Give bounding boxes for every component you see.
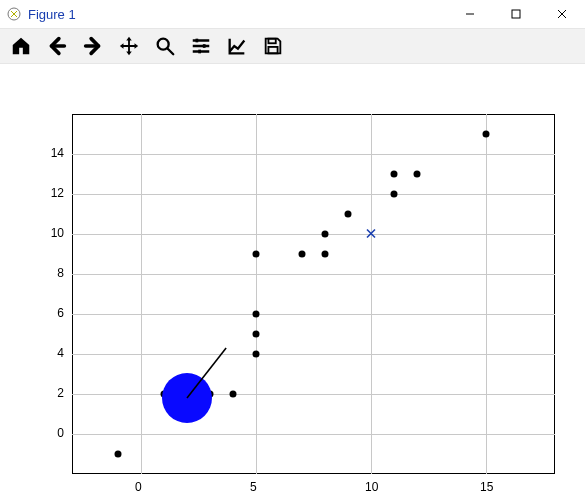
- zoom-icon: [154, 35, 176, 57]
- move-icon: [118, 35, 140, 57]
- marker-black-dots: [230, 391, 237, 398]
- svg-rect-5: [198, 50, 201, 54]
- forward-button[interactable]: [78, 31, 108, 61]
- grid-hline: [72, 394, 555, 395]
- grid-vline: [486, 114, 487, 474]
- y-tick-label: 0: [34, 426, 64, 440]
- back-button[interactable]: [42, 31, 72, 61]
- marker-black-dots: [253, 331, 260, 338]
- marker-black-dots: [253, 251, 260, 258]
- marker-black-dots: [391, 171, 398, 178]
- marker-blue-disc: [162, 373, 212, 423]
- marker-black-dots: [322, 251, 329, 258]
- grid-hline: [72, 154, 555, 155]
- y-tick-label: 10: [34, 226, 64, 240]
- y-tick-label: 4: [34, 346, 64, 360]
- minimize-button[interactable]: [447, 0, 493, 28]
- axes-icon: [226, 35, 248, 57]
- toolbar: [0, 28, 585, 64]
- svg-rect-6: [268, 39, 275, 44]
- grid-vline: [371, 114, 372, 474]
- configure-button[interactable]: [186, 31, 216, 61]
- svg-rect-7: [268, 47, 277, 53]
- y-tick-label: 12: [34, 186, 64, 200]
- marker-black-dots: [391, 191, 398, 198]
- chart-canvas[interactable]: 05101502468101214: [0, 64, 585, 500]
- pan-button[interactable]: [114, 31, 144, 61]
- edit-axes-button[interactable]: [222, 31, 252, 61]
- y-tick-label: 8: [34, 266, 64, 280]
- marker-black-dots: [483, 131, 490, 138]
- grid-hline: [72, 354, 555, 355]
- marker-black-dots: [115, 451, 122, 458]
- svg-rect-3: [196, 39, 199, 43]
- y-tick-label: 6: [34, 306, 64, 320]
- grid-hline: [72, 194, 555, 195]
- marker-black-dots: [299, 251, 306, 258]
- y-tick-label: 2: [34, 386, 64, 400]
- marker-black-dots: [322, 231, 329, 238]
- close-button[interactable]: [539, 0, 585, 28]
- marker-black-dots: [414, 171, 421, 178]
- forward-icon: [82, 35, 104, 57]
- marker-black-dots: [345, 211, 352, 218]
- x-tick-label: 0: [135, 480, 142, 494]
- zoom-button[interactable]: [150, 31, 180, 61]
- plot-area: [72, 114, 555, 474]
- titlebar: Figure 1: [0, 0, 585, 28]
- x-tick-label: 10: [365, 480, 378, 494]
- grid-hline: [72, 274, 555, 275]
- grid-hline: [72, 434, 555, 435]
- config-icon: [190, 35, 212, 57]
- grid-hline: [72, 234, 555, 235]
- save-button[interactable]: [258, 31, 288, 61]
- window-title: Figure 1: [28, 7, 76, 22]
- app-icon: [6, 6, 22, 22]
- back-icon: [46, 35, 68, 57]
- marker-black-dots: [253, 351, 260, 358]
- grid-vline: [141, 114, 142, 474]
- grid-hline: [72, 314, 555, 315]
- x-tick-label: 15: [480, 480, 493, 494]
- grid-vline: [256, 114, 257, 474]
- svg-rect-1: [512, 10, 520, 18]
- home-button[interactable]: [6, 31, 36, 61]
- home-icon: [10, 35, 32, 57]
- maximize-button[interactable]: [493, 0, 539, 28]
- x-tick-label: 5: [250, 480, 257, 494]
- save-icon: [262, 35, 284, 57]
- marker-blue-x: [366, 227, 376, 242]
- svg-rect-4: [203, 44, 206, 48]
- marker-black-dots: [253, 311, 260, 318]
- y-tick-label: 14: [34, 146, 64, 160]
